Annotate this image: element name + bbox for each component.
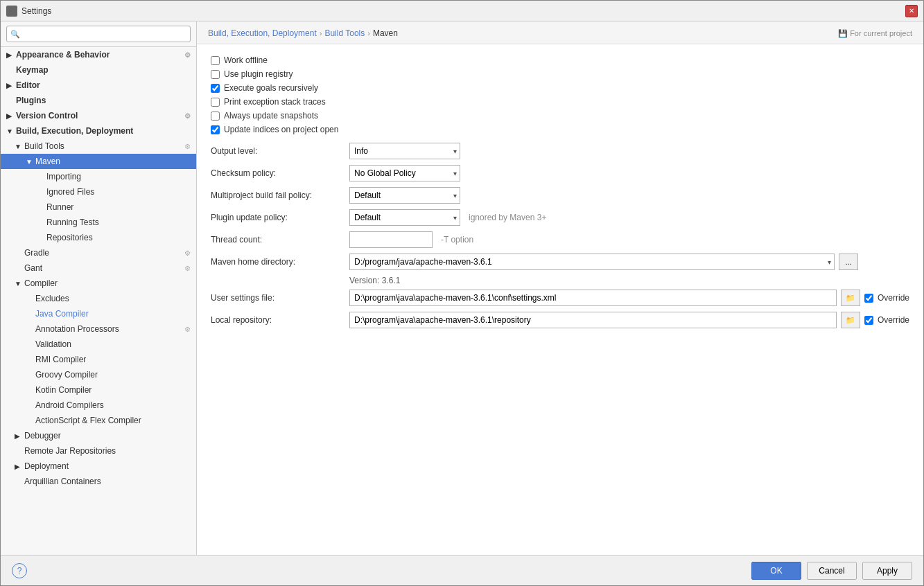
sidebar-item-maven[interactable]: ▼Maven [1,154,196,169]
sidebar-item-compiler[interactable]: ▼Compiler [1,276,196,291]
field-row-checksum_policy: Checksum policy:No Global PolicyStrictWa… [211,165,909,181]
tree-arrow: ▶ [15,463,21,470]
field-label-multiproject_fail: Multiproject build fail policy: [211,190,349,200]
breadcrumb-bar: Build, Execution, Deployment › Build Too… [197,21,923,44]
tree-label: Annotation Processors [35,324,182,334]
title-bar-buttons: ✕ [905,5,918,17]
sidebar-item-runner[interactable]: Runner [1,199,196,215]
sidebar-item-running_tests[interactable]: Running Tests [1,215,196,230]
breadcrumb-sep-1: › [320,29,322,37]
maven-home-dropdown[interactable]: D:/program/java/apache-maven-3.6.1 [349,254,835,270]
settings-icon-right: ⚙ [184,326,191,333]
sidebar-item-keymap[interactable]: Keymap [1,62,196,78]
checkbox-label-use_plugin_registry[interactable]: Use plugin registry [224,69,293,79]
override-label-user_settings[interactable]: Override [878,293,909,303]
sidebar-item-gant[interactable]: Gant⚙ [1,260,196,276]
settings-window: Settings ✕ 🔍 ▶Appearance & Behavior⚙ Key… [0,0,924,586]
field-label-maven-home: Maven home directory: [211,257,349,267]
sidebar-item-excludes[interactable]: Excludes [1,291,196,306]
override-checkbox-local_repository[interactable] [864,316,873,325]
sidebar-item-kotlin_compiler[interactable]: Kotlin Compiler [1,382,196,398]
settings-icon-right: ⚙ [184,112,191,120]
sidebar-item-build_exec[interactable]: ▼Build, Execution, Deployment [1,123,196,139]
checkbox-work_offline[interactable] [211,56,220,65]
close-button[interactable]: ✕ [905,5,918,17]
help-button[interactable]: ? [12,563,27,578]
tree-label: Debugger [24,431,191,441]
sidebar-item-android_compilers[interactable]: Android Compilers [1,398,196,413]
checkbox-label-work_offline[interactable]: Work offline [224,55,268,65]
sidebar-item-actionscript_flex[interactable]: ActionScript & Flex Compiler [1,413,196,428]
thread-count-hint: -T option [441,235,473,245]
checkbox-print_exception[interactable] [211,98,220,107]
tree-label: Ignored Files [46,187,191,197]
checkbox-label-always_update[interactable]: Always update snapshots [224,111,318,121]
settings-icon-right: ⚙ [184,143,191,150]
override-label-local_repository[interactable]: Override [878,315,909,325]
tree-arrow: ▼ [15,280,21,287]
tree-label: Kotlin Compiler [35,385,191,395]
browse-btn-local_repository[interactable]: 📁 [841,312,860,328]
breadcrumb-current: Maven [373,28,398,38]
sidebar-item-build_tools[interactable]: ▼Build Tools⚙ [1,139,196,154]
thread-count-input[interactable] [349,231,433,248]
sidebar-item-repositories[interactable]: Repositories [1,230,196,245]
checkbox-always_update[interactable] [211,112,220,121]
sidebar-item-groovy_compiler[interactable]: Groovy Compiler [1,367,196,382]
path-input-local_repository[interactable] [349,312,837,328]
checkbox-label-execute_goals[interactable]: Execute goals recursively [224,83,318,93]
dropdown-checksum_policy[interactable]: No Global PolicyStrictWarnFailIgnore [349,165,460,181]
field-control-multiproject_fail: DefaultNeverAtEndAlways [349,187,909,204]
dropdown-output_level[interactable]: InfoDebugVerbose [349,143,460,159]
breadcrumb-build-tools[interactable]: Build Tools [324,28,365,38]
tree-label: Android Compilers [35,400,191,410]
search-input[interactable] [6,26,191,42]
search-icon: 🔍 [10,30,20,39]
sidebar-item-appearance[interactable]: ▶Appearance & Behavior⚙ [1,47,196,62]
browse-btn-user_settings[interactable]: 📁 [841,290,860,306]
field-row-maven-home: Maven home directory:D:/program/java/apa… [211,254,909,270]
override-checkbox-user_settings[interactable] [864,294,873,303]
sidebar-item-editor[interactable]: ▶Editor [1,78,196,93]
breadcrumb-build-exec[interactable]: Build, Execution, Deployment [208,28,317,38]
tree-arrow: ▶ [15,432,21,440]
sidebar-item-annotation_processors[interactable]: Annotation Processors⚙ [1,321,196,337]
maven-version-text: Version: 3.6.1 [211,276,909,285]
maven-home-browse[interactable]: ... [839,254,858,270]
sidebar-item-debugger[interactable]: ▶Debugger [1,428,196,443]
field-row-thread-count: Thread count:-T option [211,231,909,248]
search-box: 🔍 [1,21,196,47]
sidebar-item-plugins[interactable]: Plugins [1,93,196,108]
sidebar-item-remote_jar[interactable]: Remote Jar Repositories [1,443,196,459]
sidebar-item-rmi_compiler[interactable]: RMI Compiler [1,352,196,367]
checkbox-row-use_plugin_registry: Use plugin registry [211,69,909,79]
sidebar-item-importing[interactable]: Importing [1,169,196,184]
dropdown-multiproject_fail[interactable]: DefaultNeverAtEndAlways [349,187,460,204]
field-row-plugin_update: Plugin update policy:DefaultNeverAlwaysi… [211,209,909,226]
sidebar-item-version_control[interactable]: ▶Version Control⚙ [1,108,196,123]
sidebar-item-gradle[interactable]: Gradle⚙ [1,245,196,260]
sidebar-item-java_compiler[interactable]: Java Compiler [1,306,196,321]
ok-button[interactable]: OK [751,562,801,580]
tree-label: Gradle [24,248,182,258]
tree-label: Gant [24,263,182,273]
path-input-user_settings[interactable] [349,290,837,306]
sidebar-item-arquillian[interactable]: Arquillian Containers [1,474,196,489]
checkbox-label-update_indices[interactable]: Update indices on project open [224,125,338,134]
settings-icon-right: ⚙ [184,265,191,272]
apply-button[interactable]: Apply [862,562,912,580]
checkbox-update_indices[interactable] [211,125,220,134]
checkbox-execute_goals[interactable] [211,84,220,93]
dropdown-plugin_update[interactable]: DefaultNeverAlways [349,209,460,226]
sidebar-item-deployment[interactable]: ▶Deployment [1,459,196,474]
cancel-button[interactable]: Cancel [807,562,857,580]
sidebar-item-validation[interactable]: Validation [1,337,196,352]
checkbox-label-print_exception[interactable]: Print exception stack traces [224,97,326,107]
field-row-user_settings: User settings file:📁Override [211,290,909,306]
checkbox-row-print_exception: Print exception stack traces [211,97,909,107]
checkbox-use_plugin_registry[interactable] [211,70,220,79]
tree-label: Running Tests [46,217,191,227]
sidebar-item-ignored_files[interactable]: Ignored Files [1,184,196,199]
tree-label: Build Tools [24,141,182,151]
tree-label: ActionScript & Flex Compiler [35,416,191,425]
